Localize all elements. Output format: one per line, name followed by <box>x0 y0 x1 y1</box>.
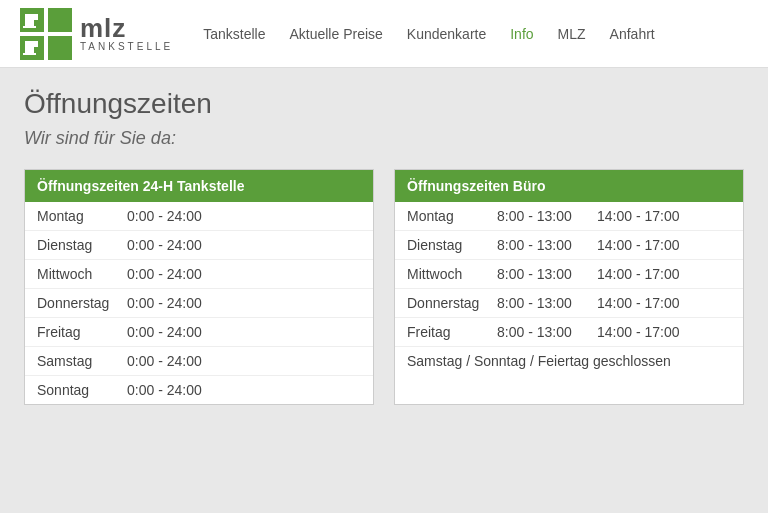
nav-kundenkarte[interactable]: Kundenkarte <box>407 26 486 42</box>
day-freitag-2: Freitag <box>407 324 497 340</box>
logo-icon <box>20 8 72 60</box>
time-dienstag-1: 0:00 - 24:00 <box>127 237 227 253</box>
nav-aktuelle-preise[interactable]: Aktuelle Preise <box>289 26 382 42</box>
table-row: Montag 8:00 - 13:00 14:00 - 17:00 <box>395 202 743 231</box>
day-montag-2: Montag <box>407 208 497 224</box>
svg-rect-7 <box>25 41 34 53</box>
day-montag-1: Montag <box>37 208 127 224</box>
logo-text: mlz TANKSTELLE <box>80 15 173 52</box>
nav-tankstelle[interactable]: Tankstelle <box>203 26 265 42</box>
day-mittwoch-2: Mittwoch <box>407 266 497 282</box>
main-nav: Tankstelle Aktuelle Preise Kundenkarte I… <box>203 26 655 42</box>
svg-rect-3 <box>48 36 72 60</box>
logo-area: mlz TANKSTELLE <box>20 8 173 60</box>
table-row: Donnerstag 0:00 - 24:00 <box>25 289 373 318</box>
time-montag-2a: 8:00 - 13:00 <box>497 208 597 224</box>
day-sonntag-1: Sonntag <box>37 382 127 398</box>
time-mittwoch-2a: 8:00 - 13:00 <box>497 266 597 282</box>
svg-rect-1 <box>48 8 72 32</box>
svg-rect-5 <box>34 14 38 20</box>
time-montag-1: 0:00 - 24:00 <box>127 208 227 224</box>
table-row: Freitag 8:00 - 13:00 14:00 - 17:00 <box>395 318 743 347</box>
day-freitag-1: Freitag <box>37 324 127 340</box>
table-row: Dienstag 0:00 - 24:00 <box>25 231 373 260</box>
time-donnerstag-2a: 8:00 - 13:00 <box>497 295 597 311</box>
time-freitag-2b: 14:00 - 17:00 <box>597 324 697 340</box>
table-row: Samstag 0:00 - 24:00 <box>25 347 373 376</box>
closed-text: Samstag / Sonntag / Feiertag geschlossen <box>407 353 671 369</box>
time-dienstag-2b: 14:00 - 17:00 <box>597 237 697 253</box>
table-row: Mittwoch 0:00 - 24:00 <box>25 260 373 289</box>
time-donnerstag-2b: 14:00 - 17:00 <box>597 295 697 311</box>
svg-rect-9 <box>23 53 36 55</box>
table-row: Donnerstag 8:00 - 13:00 14:00 - 17:00 <box>395 289 743 318</box>
day-donnerstag-1: Donnerstag <box>37 295 127 311</box>
table-row: Mittwoch 8:00 - 13:00 14:00 - 17:00 <box>395 260 743 289</box>
nav-anfahrt[interactable]: Anfahrt <box>610 26 655 42</box>
table-buero: Öffnungszeiten Büro Montag 8:00 - 13:00 … <box>394 169 744 405</box>
page-title: Öffnungszeiten <box>24 88 744 120</box>
svg-rect-6 <box>23 26 36 28</box>
logo-mlz-text: mlz <box>80 15 173 41</box>
page-content: Öffnungszeiten Wir sind für Sie da: Öffn… <box>0 68 768 513</box>
table-row-closed: Samstag / Sonntag / Feiertag geschlossen <box>395 347 743 375</box>
table-row: Sonntag 0:00 - 24:00 <box>25 376 373 404</box>
svg-rect-4 <box>25 14 34 26</box>
table-tankstelle-header: Öffnungszeiten 24-H Tankstelle <box>25 170 373 202</box>
table-buero-header: Öffnungszeiten Büro <box>395 170 743 202</box>
time-donnerstag-1: 0:00 - 24:00 <box>127 295 227 311</box>
nav-mlz[interactable]: MLZ <box>558 26 586 42</box>
tables-row: Öffnungszeiten 24-H Tankstelle Montag 0:… <box>24 169 744 405</box>
day-donnerstag-2: Donnerstag <box>407 295 497 311</box>
time-mittwoch-2b: 14:00 - 17:00 <box>597 266 697 282</box>
header: mlz TANKSTELLE Tankstelle Aktuelle Preis… <box>0 0 768 68</box>
logo-tankstelle-text: TANKSTELLE <box>80 41 173 52</box>
table-tankstelle: Öffnungszeiten 24-H Tankstelle Montag 0:… <box>24 169 374 405</box>
day-dienstag-1: Dienstag <box>37 237 127 253</box>
table-row: Freitag 0:00 - 24:00 <box>25 318 373 347</box>
time-montag-2b: 14:00 - 17:00 <box>597 208 697 224</box>
time-freitag-1: 0:00 - 24:00 <box>127 324 227 340</box>
day-mittwoch-1: Mittwoch <box>37 266 127 282</box>
day-dienstag-2: Dienstag <box>407 237 497 253</box>
time-samstag-1: 0:00 - 24:00 <box>127 353 227 369</box>
time-mittwoch-1: 0:00 - 24:00 <box>127 266 227 282</box>
table-row: Montag 0:00 - 24:00 <box>25 202 373 231</box>
time-dienstag-2a: 8:00 - 13:00 <box>497 237 597 253</box>
svg-rect-8 <box>34 41 38 47</box>
nav-info[interactable]: Info <box>510 26 533 42</box>
time-sonntag-1: 0:00 - 24:00 <box>127 382 227 398</box>
time-freitag-2a: 8:00 - 13:00 <box>497 324 597 340</box>
day-samstag-1: Samstag <box>37 353 127 369</box>
page-subtitle: Wir sind für Sie da: <box>24 128 744 149</box>
table-row: Dienstag 8:00 - 13:00 14:00 - 17:00 <box>395 231 743 260</box>
